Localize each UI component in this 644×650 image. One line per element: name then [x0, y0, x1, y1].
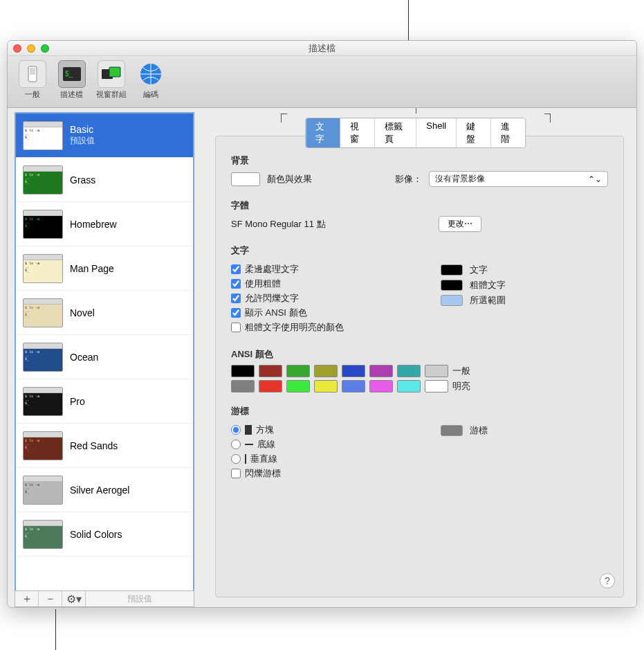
text-panel: 背景 顏色與效果 影像： 沒有背景影像 ⌃⌄ 字體 SF Mono Regula… [215, 136, 624, 597]
bright-bold-checkbox[interactable]: 粗體文字使用明亮的顏色 [231, 321, 399, 334]
toolbar-label: 描述檔 [60, 89, 83, 100]
section-cursor: 游標 [231, 405, 608, 417]
profile-row-grass[interactable]: $ ls -a..$_Grass [16, 158, 193, 202]
cursor-underline-radio[interactable]: 底線 [231, 438, 399, 451]
window-title: 描述檔 [8, 42, 636, 55]
ansi-swatch[interactable] [397, 380, 421, 392]
profile-thumb: $ ls -a..$_ [23, 298, 63, 327]
toolbar-profiles[interactable]: $_ 描述檔 [53, 60, 91, 106]
tab-Shell[interactable]: Shell [416, 118, 457, 147]
profile-thumb: $ ls -a..$_ [23, 254, 63, 283]
settings-tabs: 文字視窗標籤頁Shell鍵盤進階 [305, 118, 526, 148]
profile-row-silver-aerogel[interactable]: $ ls -a..$_Silver Aerogel [16, 468, 193, 512]
profile-subtitle: 預設值 [70, 135, 95, 147]
svg-text:$_: $_ [65, 70, 73, 78]
ansi-swatch[interactable] [231, 380, 255, 392]
profile-list[interactable]: $ ls -a..$_Basic預設值$ ls -a..$_Grass$ ls … [15, 112, 194, 590]
tab-視窗[interactable]: 視窗 [340, 118, 375, 147]
section-font: 字體 [231, 199, 608, 212]
ansi-swatch[interactable] [231, 365, 255, 377]
bold-color-well[interactable] [441, 280, 463, 291]
ansi-swatch[interactable] [286, 365, 310, 377]
cursor-blink-checkbox[interactable]: 閃爍游標 [231, 467, 399, 480]
ansi-swatch[interactable] [369, 365, 393, 377]
ansi-swatch[interactable] [425, 380, 448, 392]
profile-name: Novel [70, 307, 95, 318]
svg-rect-1 [30, 68, 35, 75]
windows-icon [98, 60, 125, 88]
cursor-block-radio[interactable]: 方塊 [231, 424, 399, 436]
toolbar-general[interactable]: 一般 [13, 60, 51, 106]
profile-row-man-page[interactable]: $ ls -a..$_Man Page [16, 246, 193, 291]
cursor-color-well[interactable] [441, 425, 463, 436]
antialias-checkbox[interactable]: 柔邊處理文字 [231, 263, 399, 276]
ansi-normal-row: 一般 [231, 365, 608, 377]
profile-row-ocean[interactable]: $ ls -a..$_Ocean [16, 335, 193, 379]
ansi-swatch[interactable] [314, 365, 338, 377]
remove-profile-button[interactable]: － [39, 591, 62, 606]
ansi-swatch[interactable] [397, 365, 421, 377]
section-text: 文字 [231, 244, 608, 257]
tab-文字[interactable]: 文字 [306, 118, 340, 147]
ansi-swatch[interactable] [425, 365, 448, 377]
set-default-button[interactable]: 預設值 [86, 591, 194, 606]
sidebar: $ ls -a..$_Basic預設值$ ls -a..$_Grass$ ls … [8, 108, 194, 607]
text-color-well[interactable] [441, 264, 463, 276]
profile-row-homebrew[interactable]: $ ls -a..$_Homebrew [16, 202, 193, 246]
bar-icon [245, 454, 246, 464]
profile-row-solid-colors[interactable]: $ ls -a..$_Solid Colors [16, 512, 193, 557]
change-font-button[interactable]: 更改⋯ [439, 216, 481, 232]
profile-name: Pro [70, 396, 85, 407]
svg-rect-5 [109, 67, 120, 77]
toolbar-label: 編碼 [143, 89, 158, 100]
zoom-icon[interactable] [41, 44, 49, 53]
globe-icon [137, 60, 165, 88]
background-color-well[interactable] [231, 172, 260, 186]
ansi-swatch[interactable] [259, 365, 282, 377]
ansi-bright-row: 明亮 [231, 380, 608, 392]
background-image-popup[interactable]: 沒有背景影像 ⌃⌄ [429, 171, 608, 187]
close-icon[interactable] [13, 44, 21, 53]
image-label: 影像： [395, 173, 422, 186]
tab-標籤頁[interactable]: 標籤頁 [375, 118, 417, 147]
toolbar-encodings[interactable]: 編碼 [131, 60, 169, 106]
toolbar-label: 一般 [25, 89, 40, 100]
preferences-window: 描述檔 一般 $_ 描述檔 視窗群組 編碼 $ ls -a..$_Basic預設… [7, 40, 637, 608]
minimize-icon[interactable] [27, 44, 35, 53]
cursor-bar-radio[interactable]: 垂直線 [231, 453, 399, 465]
profile-row-red-sands[interactable]: $ ls -a..$_Red Sands [16, 424, 193, 468]
profile-name: Silver Aerogel [70, 485, 129, 496]
chevron-up-down-icon: ⌃⌄ [588, 174, 602, 184]
profile-thumb: $ ls -a..$_ [23, 210, 63, 239]
traffic-lights [13, 44, 49, 53]
profile-name: Man Page [70, 263, 114, 274]
profile-name: Red Sands [70, 440, 118, 451]
font-value: SF Mono Regular 11 點 [231, 218, 432, 231]
profile-thumb: $ ls -a..$_ [23, 343, 63, 372]
background-image-value: 沒有背景影像 [435, 173, 485, 185]
callout-line-top [408, 0, 409, 40]
profile-thumb: $ ls -a..$_ [23, 121, 63, 150]
ansi-checkbox[interactable]: 顯示 ANSI 顏色 [231, 307, 399, 319]
profile-thumb: $ ls -a..$_ [23, 165, 63, 195]
toolbar-window-groups[interactable]: 視窗群組 [92, 60, 130, 106]
profile-row-pro[interactable]: $ ls -a..$_Pro [16, 379, 193, 424]
help-button[interactable]: ? [600, 573, 615, 588]
blink-checkbox[interactable]: 允許閃爍文字 [231, 292, 399, 305]
profile-row-basic[interactable]: $ ls -a..$_Basic預設值 [16, 114, 193, 158]
profile-thumb: $ ls -a..$_ [23, 387, 63, 416]
ansi-swatch[interactable] [342, 365, 365, 377]
selection-color-well[interactable] [441, 295, 463, 306]
tab-鍵盤[interactable]: 鍵盤 [457, 118, 491, 147]
sidebar-action-bar: ＋ － ⚙︎▾ 預設值 [15, 590, 194, 607]
ansi-swatch[interactable] [286, 380, 310, 392]
profile-row-novel[interactable]: $ ls -a..$_Novel [16, 291, 193, 335]
ansi-swatch[interactable] [259, 380, 282, 392]
add-profile-button[interactable]: ＋ [15, 591, 39, 606]
ansi-swatch[interactable] [369, 380, 393, 392]
bold-checkbox[interactable]: 使用粗體 [231, 278, 399, 290]
action-menu-button[interactable]: ⚙︎▾ [62, 591, 86, 606]
ansi-swatch[interactable] [314, 380, 338, 392]
ansi-swatch[interactable] [342, 380, 365, 392]
tab-進階[interactable]: 進階 [491, 118, 525, 147]
